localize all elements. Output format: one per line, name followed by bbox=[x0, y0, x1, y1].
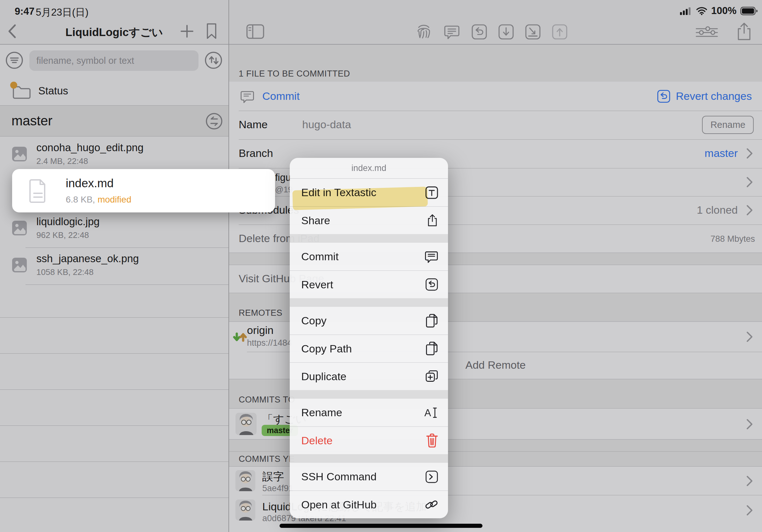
menu-item-delete[interactable]: Delete bbox=[290, 427, 448, 454]
drag-card-filename: index.md bbox=[66, 177, 114, 190]
drag-card-size: 6.8 KB, bbox=[66, 195, 98, 204]
menu-item-label: Copy Path bbox=[301, 343, 352, 355]
menu-item-label: Delete bbox=[301, 434, 333, 447]
menu-separator bbox=[290, 234, 448, 243]
document-icon bbox=[29, 179, 47, 203]
screen: 9:47 5月23日(日) LiquidLogicすごい bbox=[0, 0, 762, 532]
menu-item-open-at-github[interactable]: Open at GitHub bbox=[290, 491, 448, 518]
menu-item-label: Share bbox=[301, 214, 330, 227]
rename-icon: A bbox=[424, 406, 438, 420]
menu-separator bbox=[290, 454, 448, 463]
menu-item-share[interactable]: Share bbox=[290, 206, 448, 234]
revert-icon bbox=[425, 278, 438, 291]
home-indicator[interactable] bbox=[279, 524, 483, 528]
menu-item-label: Revert bbox=[301, 279, 333, 291]
comment-icon bbox=[424, 250, 438, 264]
menu-item-copy-path[interactable]: Copy Path bbox=[290, 335, 448, 362]
menu-item-rename[interactable]: Rename A bbox=[290, 399, 448, 427]
marker-highlight bbox=[292, 187, 428, 210]
copy-icon bbox=[425, 341, 438, 356]
terminal-icon bbox=[425, 470, 438, 484]
menu-separator bbox=[290, 390, 448, 399]
drag-card-meta: 6.8 KB, modified bbox=[66, 195, 131, 205]
duplicate-icon bbox=[425, 370, 438, 383]
menu-item-label: SSH Command bbox=[301, 470, 377, 483]
drag-preview-card[interactable]: index.md 6.8 KB, modified bbox=[12, 169, 275, 212]
share-icon bbox=[426, 213, 438, 228]
menu-item-revert[interactable]: Revert bbox=[290, 270, 448, 298]
menu-item-label: Duplicate bbox=[301, 370, 346, 383]
context-menu-title: index.md bbox=[290, 158, 448, 179]
link-icon bbox=[424, 498, 438, 511]
menu-item-ssh-command[interactable]: SSH Command bbox=[290, 463, 448, 491]
trash-icon bbox=[426, 433, 438, 448]
svg-text:A: A bbox=[424, 407, 431, 419]
menu-separator bbox=[290, 298, 448, 307]
copy-icon bbox=[425, 313, 438, 328]
menu-item-label: Commit bbox=[301, 250, 339, 263]
context-menu: index.md Edit in Textastic Share Commit bbox=[290, 158, 448, 518]
menu-item-duplicate[interactable]: Duplicate bbox=[290, 362, 448, 390]
menu-item-label: Open at GitHub bbox=[301, 499, 377, 511]
menu-item-copy[interactable]: Copy bbox=[290, 307, 448, 335]
menu-item-label: Copy bbox=[301, 314, 327, 327]
menu-item-label: Rename bbox=[301, 406, 343, 419]
menu-item-commit[interactable]: Commit bbox=[290, 243, 448, 270]
drag-card-status: modified bbox=[98, 195, 131, 204]
